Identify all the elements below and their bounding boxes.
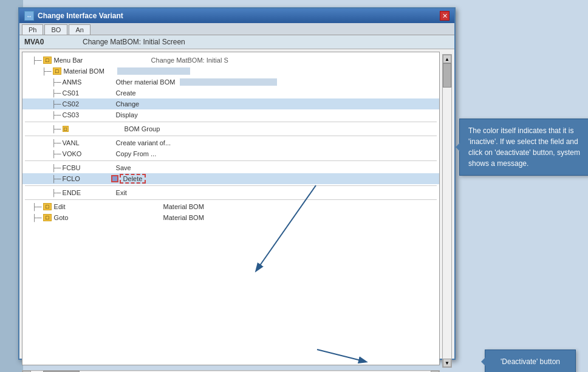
tree-row-bomgroup[interactable]: ├─ □ BOM Group: [22, 123, 439, 134]
cs02-code: CS02: [63, 100, 111, 108]
tree-sep-2: [25, 136, 437, 136]
cs03-desc: Display: [111, 111, 138, 119]
tab-ph[interactable]: Ph: [22, 24, 43, 35]
fclo-desc: Delete: [120, 174, 146, 184]
materialbom-bar: [117, 67, 190, 75]
tree-row-edit[interactable]: ├─ □ Edit Material BOM: [22, 201, 439, 212]
bomgroup-folder-icon: □: [63, 126, 69, 132]
tree-container[interactable]: ├─ □ Menu Bar Change MatBOM: Initial S ├…: [22, 52, 440, 365]
fclo-inactive-box: [111, 175, 118, 182]
scroll-track: [443, 63, 451, 359]
anms-code: ANMS: [63, 78, 111, 86]
tree-line-fcbu: ├─: [52, 164, 61, 171]
ende-code: ENDE: [63, 189, 111, 196]
cs02-desc: Change: [111, 100, 140, 108]
tree-sep-4: [25, 185, 437, 186]
tree-row-fcbu[interactable]: ├─ FCBU Save: [22, 162, 439, 173]
tree-row-cs02[interactable]: ├─ CS02 Change: [22, 98, 439, 109]
tooltip-bubble-deactivate: 'Deactivate' button: [485, 350, 576, 372]
tree-row-cs01[interactable]: ├─ CS01 Create: [22, 88, 439, 98]
edit-code: Edit: [54, 203, 103, 210]
goto-folder-icon: □: [43, 214, 52, 221]
header-title: Change MatBOM: Initial Screen: [83, 38, 185, 46]
tree-row-materialbom[interactable]: ├─ □ Material BOM: [22, 66, 439, 77]
tooltip-bubble-text: The color itself indicates that it is 'i…: [468, 126, 580, 168]
anms-bar: [180, 78, 277, 86]
dialog-header: MVA0 Change MatBOM: Initial Screen: [19, 35, 454, 49]
menubar-right-text: Change MatBOM: Initial S: [103, 57, 228, 64]
tree-line-anms: ├─: [52, 78, 61, 86]
vanl-desc: Create variant of...: [111, 139, 171, 146]
dialog-close-button[interactable]: ✕: [440, 11, 450, 21]
scroll-thumb[interactable]: [443, 63, 451, 88]
anms-desc: Other material BOM: [111, 78, 176, 86]
change-interface-variant-dialog: ↔ Change Interface Variant ✕ Ph BO An MV…: [18, 7, 456, 360]
tree-line-cs01: ├─: [52, 89, 61, 97]
tree-line-materialbom: ├─: [42, 67, 52, 75]
tree-line-menubar: ├─: [32, 57, 42, 64]
edit-desc: Material BOM: [103, 203, 204, 210]
tab-bo[interactable]: BO: [44, 24, 67, 35]
voko-code: VOKO: [63, 150, 111, 157]
dialog-titlebar: ↔ Change Interface Variant ✕: [19, 9, 454, 23]
tree-row-anms[interactable]: ├─ ANMS Other material BOM: [22, 77, 439, 88]
tree-row-cs03[interactable]: ├─ CS03 Display: [22, 109, 439, 120]
voko-desc: Copy From ...: [111, 150, 157, 157]
menubar-folder-icon: □: [43, 57, 52, 64]
tree-sep-1: [25, 122, 437, 122]
bomgroup-desc: BOM Group: [120, 125, 160, 133]
tree-line-cs03: ├─: [52, 111, 61, 119]
goto-desc: Material BOM: [103, 214, 204, 221]
tree-line-ende: ├─: [52, 189, 61, 196]
cs01-code: CS01: [63, 89, 111, 97]
cs03-code: CS03: [63, 111, 111, 119]
scroll-down-button[interactable]: ▼: [443, 359, 451, 367]
tree-row-menubar[interactable]: ├─ □ Menu Bar Change MatBOM: Initial S: [22, 55, 439, 66]
tree-line-voko: ├─: [52, 150, 61, 157]
scroll-up-button[interactable]: ▲: [443, 55, 451, 63]
tree-row-fclo[interactable]: ├─ FCLO Delete: [22, 173, 439, 184]
dialog-content-area: ├─ □ Menu Bar Change MatBOM: Initial S ├…: [19, 52, 454, 372]
fclo-code: FCLO: [63, 175, 111, 182]
tree-line-goto: ├─: [32, 214, 42, 221]
tree-line-vanl: ├─: [52, 139, 61, 146]
tree-sep-5: [25, 199, 437, 200]
tree-sep-3: [25, 160, 437, 161]
dialog-title-left: ↔ Change Interface Variant: [24, 11, 123, 21]
ende-desc: Exit: [111, 189, 127, 196]
dialog-title-icon: ↔: [24, 11, 34, 21]
tree-row-goto[interactable]: ├─ □ Goto Material BOM: [22, 212, 439, 223]
materialbom-folder-icon: □: [53, 67, 61, 75]
vanl-code: VANL: [63, 139, 111, 146]
cs01-desc: Create: [111, 89, 136, 97]
menubar-label: Menu Bar: [54, 57, 103, 64]
edit-folder-icon: □: [43, 203, 52, 210]
tooltip-bubble2-text: 'Deactivate' button: [501, 357, 560, 366]
mva0-code: MVA0: [24, 38, 73, 46]
right-scrollbar[interactable]: ▲ ▼: [442, 54, 452, 368]
goto-code: Goto: [54, 214, 103, 221]
dialog-title-text: Change Interface Variant: [38, 12, 123, 20]
tab-an[interactable]: An: [69, 24, 90, 35]
dialog-tab-strip: Ph BO An: [19, 23, 454, 35]
fcbu-desc: Save: [111, 164, 131, 171]
tree-line-bomgroup: ├─: [52, 125, 61, 133]
tree-line-fclo: ├─: [52, 175, 61, 182]
tree-row-vanl[interactable]: ├─ VANL Create variant of...: [22, 137, 439, 148]
tree-row-voko[interactable]: ├─ VOKO Copy From ...: [22, 148, 439, 159]
tooltip-bubble-inactive: The color itself indicates that it is 'i…: [459, 119, 588, 176]
tree-line-edit: ├─: [32, 203, 42, 210]
tree-line-cs02: ├─: [52, 100, 61, 108]
fcbu-code: FCBU: [63, 164, 111, 171]
tree-row-ende[interactable]: ├─ ENDE Exit: [22, 187, 439, 198]
materialbom-code: Material BOM: [64, 67, 112, 75]
